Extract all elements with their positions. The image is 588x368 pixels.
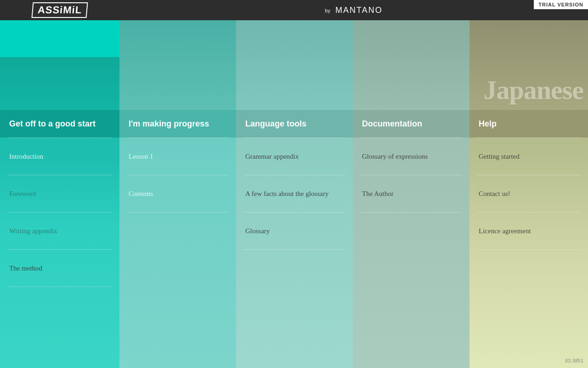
col5-item-licence-label: Licence agreement	[479, 227, 531, 235]
col3-header: Language tools	[236, 110, 353, 138]
topbar: ASSiMiL by MANTANO TRIAL VERSION	[0, 0, 588, 20]
col2-divider-3	[127, 212, 229, 213]
col5-item-getting-started[interactable]: Getting started	[469, 138, 588, 175]
col4-item-glossary-expr-label: Glossary of expressions	[362, 153, 428, 161]
col1-item-method[interactable]: The method	[0, 250, 119, 287]
col1-item-introduction[interactable]: Introduction	[0, 138, 119, 175]
col3-image	[236, 20, 353, 110]
column-making-progress: I'm making progress Lesson 1 Contents	[119, 20, 236, 368]
col3-item-grammar-label: Grammar appendix	[245, 153, 299, 161]
mantano-by: by	[325, 8, 330, 13]
col1-item-introduction-label: Introduction	[9, 153, 43, 161]
col3-divider-4	[243, 249, 345, 250]
col5-title: Help	[479, 119, 497, 129]
col3-title: Language tools	[245, 119, 306, 129]
col1-header: Get off to a good start	[0, 110, 119, 138]
col5-header: Help	[469, 110, 588, 138]
col5-item-licence[interactable]: Licence agreement	[469, 213, 588, 249]
col3-item-glossary[interactable]: Glossary	[236, 213, 353, 249]
col2-item-lesson1-label: Lesson 1	[129, 153, 153, 161]
col5-item-getting-started-label: Getting started	[479, 153, 520, 161]
col1-item-writing-label: Writing appendix	[9, 227, 57, 235]
col3-item-glossary-label: Glossary	[245, 227, 270, 235]
col4-title: Documentation	[362, 119, 422, 129]
column-documentation: Documentation Glossary of expressions Th…	[353, 20, 469, 368]
column-get-started: Get off to a good start Introduction For…	[0, 20, 119, 368]
col2-item-lesson1[interactable]: Lesson 1	[119, 138, 236, 175]
mantano-brand: by MANTANO	[325, 6, 382, 15]
col4-header: Documentation	[353, 110, 469, 138]
col1-thumb	[0, 20, 119, 57]
col5-image: Japanese	[469, 20, 588, 110]
col4-image	[353, 20, 469, 110]
col5-item-contact[interactable]: Contact us!	[469, 175, 588, 212]
col3-item-facts[interactable]: A few facts about the glossary	[236, 175, 353, 212]
col2-image	[119, 20, 236, 110]
col1-image	[0, 20, 119, 110]
col3-item-grammar[interactable]: Grammar appendix	[236, 138, 353, 175]
japanese-title: Japanese	[483, 75, 583, 105]
col1-title: Get off to a good start	[9, 119, 96, 129]
col3-item-facts-label: A few facts about the glossary	[245, 190, 328, 198]
trial-badge: TRIAL VERSION	[534, 0, 588, 9]
col2-item-contents-label: Contents	[129, 190, 153, 198]
col2-item-contents[interactable]: Contents	[119, 175, 236, 212]
mantano-logo: by MANTANO	[119, 6, 588, 15]
col1-divider-5	[7, 287, 112, 287]
col1-item-writing[interactable]: Writing appendix	[0, 213, 119, 249]
col4-item-author-label: The Author	[362, 190, 394, 198]
main-content: Get off to a good start Introduction For…	[0, 20, 588, 368]
version-number: 63.3851	[565, 358, 583, 363]
col1-item-method-label: The method	[9, 264, 42, 272]
col1-item-foreword-label: Foreword	[9, 190, 36, 198]
assimil-brand: ASSiMiL	[31, 2, 88, 18]
column-help: Japanese Help Getting started Contact us…	[469, 20, 588, 368]
col4-divider-3	[360, 212, 462, 213]
col5-item-contact-label: Contact us!	[479, 190, 510, 198]
col5-divider-4	[477, 249, 581, 250]
col2-header: I'm making progress	[119, 110, 236, 138]
mantano-name: MANTANO	[335, 6, 383, 15]
col1-item-foreword[interactable]: Foreword	[0, 175, 119, 212]
col2-title: I'm making progress	[129, 119, 209, 129]
column-language-tools: Language tools Grammar appendix A few fa…	[236, 20, 353, 368]
col4-item-glossary-expr[interactable]: Glossary of expressions	[353, 138, 469, 175]
assimil-logo: ASSiMiL	[0, 0, 119, 20]
col4-item-author[interactable]: The Author	[353, 175, 469, 212]
